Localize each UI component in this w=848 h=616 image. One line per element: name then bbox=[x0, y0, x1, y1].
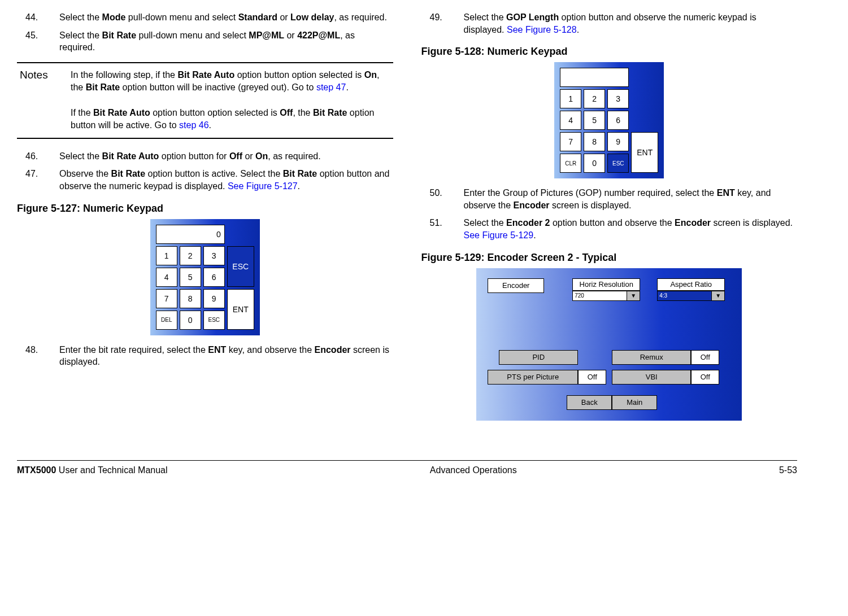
key-8[interactable]: 8 bbox=[180, 289, 201, 308]
key-5[interactable]: 5 bbox=[584, 111, 605, 130]
figure-caption-128: Figure 5-128: Numeric Keypad bbox=[421, 46, 798, 58]
footer-center: Advanced Operations bbox=[430, 465, 517, 475]
remux-value: Off bbox=[691, 350, 719, 365]
figure-129: Encoder Horiz Resolution 720 ▼ Aspect Ra… bbox=[421, 268, 798, 421]
key-1[interactable]: 1 bbox=[560, 89, 581, 108]
key-ent[interactable]: ENT bbox=[631, 132, 658, 173]
main-button[interactable]: Main bbox=[612, 395, 657, 410]
key-1[interactable]: 1 bbox=[156, 246, 177, 265]
steps-list-4: 49. Select the GOP Length option button … bbox=[421, 11, 798, 36]
keypad-display bbox=[560, 68, 629, 87]
remux-button[interactable]: Remux bbox=[612, 350, 691, 365]
keypad-display: 0 bbox=[156, 225, 225, 244]
notes-block: Notes In the following step, if the Bit … bbox=[17, 62, 393, 139]
steps-list-2: 46. Select the Bit Rate Auto option butt… bbox=[17, 150, 393, 193]
aspect-value: 4:3 bbox=[658, 291, 711, 300]
key-esc[interactable]: ESC bbox=[607, 154, 629, 173]
key-ent[interactable]: ENT bbox=[227, 289, 254, 330]
notes-text: In the following step, if the Bit Rate A… bbox=[71, 69, 393, 132]
horiz-value: 720 bbox=[573, 291, 627, 300]
key-7[interactable]: 7 bbox=[560, 132, 581, 151]
figure-caption-127: Figure 5-127: Numeric Keypad bbox=[17, 203, 393, 215]
vbi-button[interactable]: VBI bbox=[612, 370, 691, 385]
step-text: Enter the Group of Pictures (GOP) number… bbox=[464, 187, 798, 211]
encoder-screen: Encoder Horiz Resolution 720 ▼ Aspect Ra… bbox=[476, 268, 742, 421]
key-6[interactable]: 6 bbox=[607, 111, 629, 130]
steps-list-3: 48. Enter the bit rate required, select … bbox=[17, 344, 393, 368]
key-6[interactable]: 6 bbox=[203, 268, 225, 287]
step-49: 49. Select the GOP Length option button … bbox=[421, 11, 798, 36]
key-7[interactable]: 7 bbox=[156, 289, 177, 308]
aspect-dropdown[interactable]: 4:3 ▼ bbox=[657, 291, 725, 301]
key-8[interactable]: 8 bbox=[584, 132, 605, 151]
chevron-down-icon: ▼ bbox=[711, 291, 724, 300]
vbi-value: Off bbox=[691, 370, 719, 385]
step-number: 45. bbox=[17, 29, 59, 54]
step-number: 50. bbox=[421, 187, 464, 211]
footer-right: 5-53 bbox=[779, 465, 797, 475]
step-text: Select the GOP Length option button and … bbox=[464, 11, 798, 36]
right-column: 49. Select the GOP Length option button … bbox=[421, 11, 798, 421]
step-45: 45. Select the Bit Rate pull-down menu a… bbox=[17, 29, 393, 54]
key-clr[interactable]: CLR bbox=[560, 154, 581, 173]
horiz-dropdown[interactable]: 720 ▼ bbox=[572, 291, 640, 301]
steps-list-5: 50. Enter the Group of Pictures (GOP) nu… bbox=[421, 187, 798, 241]
notes-label: Notes bbox=[17, 69, 71, 132]
figure-128: 1 2 3 4 5 6 7 8 9 ENT CLR 0 ESC bbox=[421, 62, 798, 178]
steps-list-1: 44. Select the Mode pull-down menu and s… bbox=[17, 11, 393, 54]
step-text: Enter the bit rate required, select the … bbox=[59, 344, 393, 368]
encoder-button[interactable]: Encoder bbox=[488, 278, 544, 293]
step-text: Select the Mode pull-down menu and selec… bbox=[59, 11, 393, 24]
key-0[interactable]: 0 bbox=[180, 311, 201, 330]
key-4[interactable]: 4 bbox=[560, 111, 581, 130]
step-number: 47. bbox=[17, 168, 59, 192]
horiz-label: Horiz Resolution bbox=[572, 278, 640, 291]
step-48: 48. Enter the bit rate required, select … bbox=[17, 344, 393, 368]
key-del[interactable]: DEL bbox=[156, 311, 177, 330]
step-51: 51. Select the Encoder 2 option button a… bbox=[421, 217, 798, 241]
page-footer: MTX5000 User and Technical Manual Advanc… bbox=[17, 460, 797, 475]
key-9[interactable]: 9 bbox=[607, 132, 629, 151]
key-4[interactable]: 4 bbox=[156, 268, 177, 287]
link-step-47[interactable]: step 47 bbox=[316, 82, 346, 92]
key-2[interactable]: 2 bbox=[180, 246, 201, 265]
step-number: 46. bbox=[17, 150, 59, 163]
step-47: 47. Observe the Bit Rate option button i… bbox=[17, 168, 393, 192]
left-column: 44. Select the Mode pull-down menu and s… bbox=[17, 11, 393, 421]
key-2[interactable]: 2 bbox=[584, 89, 605, 108]
key-esc[interactable]: ESC bbox=[203, 311, 225, 330]
numeric-keypad-2: 1 2 3 4 5 6 7 8 9 ENT CLR 0 ESC bbox=[554, 62, 664, 178]
pts-button[interactable]: PTS per Picture bbox=[488, 370, 578, 385]
step-text: Select the Bit Rate pull-down menu and s… bbox=[59, 29, 393, 54]
step-number: 49. bbox=[421, 11, 464, 36]
step-text: Select the Encoder 2 option button and o… bbox=[464, 217, 798, 241]
step-text: Select the Bit Rate Auto option button f… bbox=[59, 150, 393, 163]
numeric-keypad-1: 0 1 2 3 ESC 4 5 6 7 8 9 ENT DEL 0 ESC bbox=[150, 219, 260, 335]
key-0[interactable]: 0 bbox=[584, 154, 605, 173]
key-3[interactable]: 3 bbox=[607, 89, 629, 108]
link-step-46[interactable]: step 46 bbox=[179, 120, 208, 130]
footer-left: MTX5000 User and Technical Manual bbox=[17, 465, 168, 475]
link-fig-129[interactable]: See Figure 5-129 bbox=[464, 230, 534, 240]
step-number: 48. bbox=[17, 344, 59, 368]
step-number: 44. bbox=[17, 11, 59, 24]
step-number: 51. bbox=[421, 217, 464, 241]
link-fig-127[interactable]: See Figure 5-127 bbox=[228, 181, 298, 191]
key-5[interactable]: 5 bbox=[180, 268, 201, 287]
figure-127: 0 1 2 3 ESC 4 5 6 7 8 9 ENT DEL 0 ESC bbox=[17, 219, 393, 335]
pid-button[interactable]: PID bbox=[499, 350, 578, 365]
key-9[interactable]: 9 bbox=[203, 289, 225, 308]
aspect-label: Aspect Ratio bbox=[657, 278, 725, 291]
chevron-down-icon: ▼ bbox=[627, 291, 640, 300]
step-50: 50. Enter the Group of Pictures (GOP) nu… bbox=[421, 187, 798, 211]
pts-value: Off bbox=[578, 370, 606, 385]
key-3[interactable]: 3 bbox=[203, 246, 225, 265]
link-fig-128[interactable]: See Figure 5-128 bbox=[507, 25, 577, 34]
page-columns: 44. Select the Mode pull-down menu and s… bbox=[17, 11, 797, 421]
step-44: 44. Select the Mode pull-down menu and s… bbox=[17, 11, 393, 24]
step-text: Observe the Bit Rate option button is ac… bbox=[59, 168, 393, 192]
key-esc-big[interactable]: ESC bbox=[227, 246, 254, 287]
figure-caption-129: Figure 5-129: Encoder Screen 2 - Typical bbox=[421, 252, 798, 264]
back-button[interactable]: Back bbox=[567, 395, 612, 410]
step-46: 46. Select the Bit Rate Auto option butt… bbox=[17, 150, 393, 163]
